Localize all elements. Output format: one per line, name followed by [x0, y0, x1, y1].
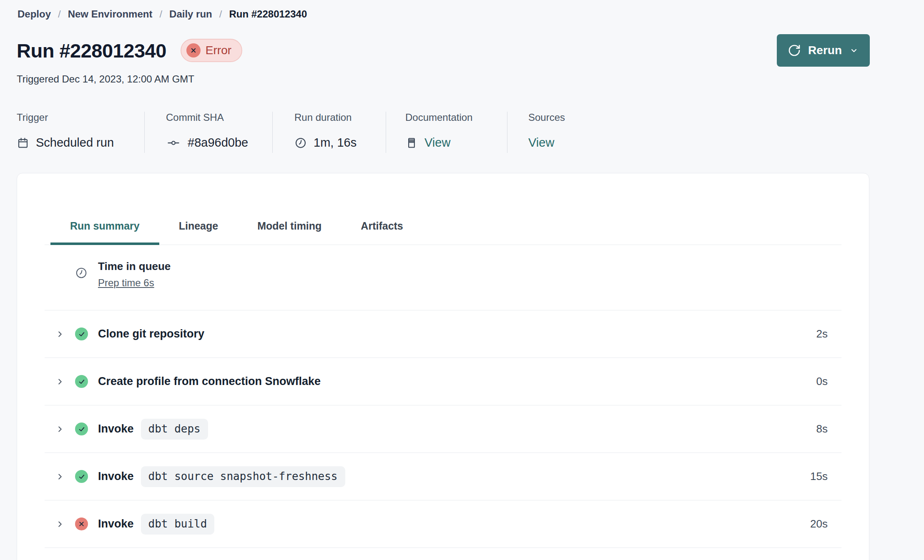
chevron-right-icon[interactable]	[55, 425, 65, 434]
breadcrumb-daily-run[interactable]: Daily run	[169, 8, 212, 20]
step-row-invoke-dbt-deps[interactable]: Invoke dbt deps 8s	[45, 405, 841, 453]
queue-section: Time in queue Prep time 6s	[45, 245, 841, 310]
step-duration: 8s	[816, 422, 828, 435]
run-duration-label: Run duration	[294, 112, 386, 123]
step-label: Invoke	[98, 470, 134, 483]
meta-documentation: Documentation View	[386, 112, 507, 153]
command-chip: dbt deps	[141, 419, 208, 440]
triggered-timestamp: Triggered Dec 14, 2023, 12:00 AM GMT	[17, 73, 924, 85]
tab-bar: Run summary Lineage Model timing Artifac…	[45, 210, 841, 245]
meta-commit-sha: Commit SHA #8a96d0be	[144, 112, 272, 153]
step-duration: 0s	[816, 375, 828, 388]
breadcrumb-deploy[interactable]: Deploy	[18, 8, 51, 20]
status-badge: Error	[181, 39, 242, 62]
step-row-clone-git-repository[interactable]: Clone git repository 2s	[45, 310, 841, 358]
x-circle-icon	[186, 43, 201, 58]
error-x-icon	[75, 518, 88, 530]
run-summary-card: Run summary Lineage Model timing Artifac…	[17, 173, 869, 560]
commit-sha-label: Commit SHA	[166, 112, 272, 123]
rerun-button[interactable]: Rerun	[777, 34, 870, 67]
step-label: Invoke	[98, 518, 134, 530]
step-row-invoke-dbt-build[interactable]: Invoke dbt build 20s	[45, 500, 841, 548]
step-duration: 15s	[810, 470, 828, 483]
success-check-icon	[75, 422, 88, 435]
step-label: Invoke	[98, 422, 134, 435]
chevron-down-icon	[849, 45, 859, 55]
chevron-right-icon[interactable]	[55, 330, 65, 339]
chevron-right-icon[interactable]	[55, 472, 65, 481]
step-label: Create profile from connection Snowflake	[98, 375, 321, 388]
tab-run-summary[interactable]: Run summary	[50, 210, 159, 245]
meta-trigger: Trigger Scheduled run	[17, 112, 144, 153]
page-header: Run #228012340 Error Rerun	[17, 34, 870, 67]
refresh-icon	[788, 44, 801, 57]
tab-lineage[interactable]: Lineage	[159, 210, 238, 245]
prep-time-link[interactable]: Prep time 6s	[98, 277, 171, 289]
breadcrumb-separator: /	[159, 8, 162, 20]
breadcrumb-separator: /	[219, 8, 222, 20]
commit-sha-value: #8a96d0be	[188, 136, 248, 150]
run-meta-row: Trigger Scheduled run Commit SHA	[17, 112, 870, 153]
trigger-value: Scheduled run	[36, 136, 114, 150]
chevron-right-icon[interactable]	[55, 377, 65, 386]
breadcrumb: Deploy / New Environment / Daily run / R…	[17, 8, 924, 20]
chevron-right-icon[interactable]	[55, 520, 65, 529]
journal-icon	[405, 137, 418, 149]
clock-icon	[75, 267, 88, 279]
rerun-button-label: Rerun	[808, 44, 842, 57]
run-duration-value: 1m, 16s	[314, 136, 357, 150]
queue-title: Time in queue	[98, 260, 171, 273]
documentation-view-link[interactable]: View	[424, 136, 450, 150]
run-detail-page: Deploy / New Environment / Daily run / R…	[0, 0, 924, 560]
step-duration: 2s	[816, 328, 828, 340]
documentation-label: Documentation	[405, 112, 507, 123]
step-duration: 20s	[810, 518, 828, 530]
calendar-icon	[17, 137, 29, 149]
step-row-invoke-dbt-source-freshness[interactable]: Invoke dbt source snapshot-freshness 15s	[45, 453, 841, 500]
meta-sources: Sources View	[507, 112, 565, 153]
step-row-create-profile[interactable]: Create profile from connection Snowflake…	[45, 358, 841, 405]
status-badge-label: Error	[206, 44, 231, 57]
meta-run-duration: Run duration 1m, 16s	[272, 112, 386, 153]
breadcrumb-separator: /	[58, 8, 61, 20]
success-check-icon	[75, 328, 88, 340]
tab-artifacts[interactable]: Artifacts	[341, 210, 422, 245]
command-chip: dbt build	[141, 514, 215, 535]
page-title: Run #228012340	[17, 39, 166, 62]
breadcrumb-new-environment[interactable]: New Environment	[68, 8, 153, 20]
success-check-icon	[75, 375, 88, 388]
clock-icon	[294, 137, 307, 149]
breadcrumb-current-run: Run #228012340	[229, 8, 307, 20]
trigger-label: Trigger	[17, 112, 144, 123]
git-commit-icon	[166, 137, 181, 149]
success-check-icon	[75, 470, 88, 483]
sources-label: Sources	[528, 112, 565, 123]
step-label: Clone git repository	[98, 328, 204, 340]
tab-model-timing[interactable]: Model timing	[238, 210, 341, 245]
command-chip: dbt source snapshot-freshness	[141, 466, 345, 487]
sources-view-link[interactable]: View	[528, 136, 554, 150]
